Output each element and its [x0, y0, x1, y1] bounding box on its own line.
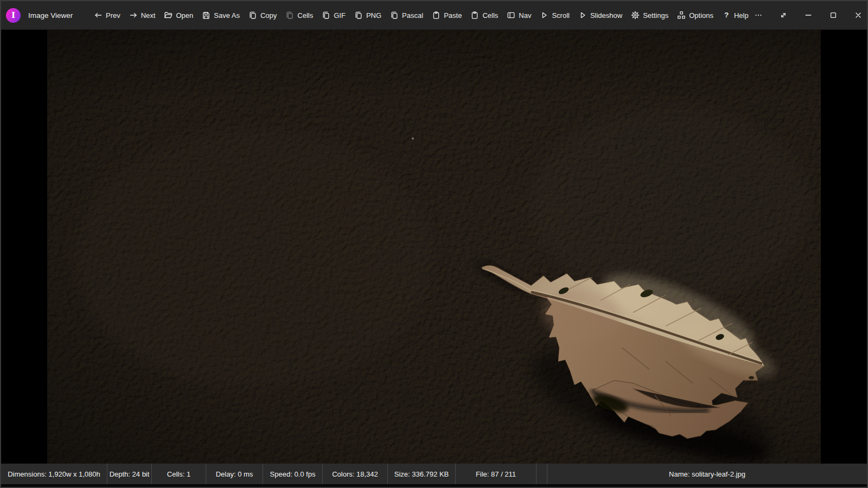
sidebar-icon — [507, 11, 515, 20]
toolbar-button-label: Open — [176, 11, 193, 20]
maximize-button[interactable] — [825, 6, 842, 24]
toolbar-button-label: Settings — [643, 11, 668, 20]
toolbar-button-label: Save As — [214, 11, 240, 20]
floppy-icon — [202, 11, 210, 20]
toolbar-button-label: Scroll — [552, 11, 570, 20]
app-logo-icon: I — [6, 8, 21, 23]
more-button[interactable] — [750, 6, 767, 24]
arrow-right-icon — [129, 11, 138, 20]
clipboard-icon — [470, 11, 479, 20]
toolbar-button-cells[interactable]: Cells — [469, 9, 499, 22]
toolbar-button-pascal[interactable]: Pascal — [389, 9, 424, 22]
toolbar-button-paste[interactable]: Paste — [431, 9, 463, 22]
status-cell-cells: Cells: 1 — [152, 464, 206, 484]
toolbar-button-cells[interactable]: Cells — [284, 9, 314, 22]
toolbar-button-label: Nav — [519, 11, 531, 20]
toolbar-button-options[interactable]: Options — [676, 9, 714, 22]
toolbar-button-label: Copy — [260, 11, 277, 20]
status-cell-file: File: 87 / 211 — [456, 464, 537, 484]
toolbar-button-settings[interactable]: Settings — [630, 9, 669, 22]
minimize-icon — [804, 11, 813, 20]
minimize-button[interactable] — [800, 6, 817, 24]
app-window: I Image Viewer PrevNextOpenSave AsCopyCe… — [0, 0, 868, 488]
toolbar-buttons: PrevNextOpenSave AsCopyCellsGIFPNGPascal… — [93, 9, 750, 22]
clipboard-icon — [432, 11, 441, 20]
status-cell-depth: Depth: 24 bit — [107, 464, 152, 484]
toolbar-button-label: Cells — [482, 11, 498, 20]
toolbar-button-label: Prev — [106, 11, 120, 20]
bottom-strip — [1, 484, 867, 487]
toolbar-button-nav[interactable]: Nav — [506, 9, 532, 22]
photo-leaf-on-asphalt — [47, 30, 821, 464]
gear-icon — [631, 11, 640, 20]
app-identity: I Image Viewer — [1, 8, 85, 23]
maximize-icon — [829, 11, 838, 20]
toolbar-button-help[interactable]: ?Help — [721, 9, 750, 22]
close-button[interactable] — [850, 6, 867, 24]
close-icon — [854, 11, 863, 20]
copy-icon — [285, 11, 294, 20]
copy-icon — [354, 11, 363, 20]
play-icon — [540, 11, 548, 20]
toolbar-button-label: Pascal — [402, 11, 423, 20]
status-cell-speed: Speed: 0.0 fps — [263, 464, 323, 484]
toolbar-button-next[interactable]: Next — [128, 9, 157, 22]
play-icon — [578, 11, 587, 20]
toolbar-button-label: Slideshow — [590, 11, 622, 20]
arrow-left-icon — [94, 11, 103, 20]
tree-icon — [677, 11, 686, 20]
app-title: Image Viewer — [28, 11, 73, 20]
copy-icon — [322, 11, 330, 20]
window-controls — [750, 6, 868, 24]
image-viewport[interactable] — [1, 30, 867, 464]
toolbar: I Image Viewer PrevNextOpenSave AsCopyCe… — [1, 1, 867, 30]
toolbar-button-gif[interactable]: GIF — [321, 9, 347, 22]
folder-open-icon — [164, 11, 173, 20]
copy-icon — [248, 11, 257, 20]
toolbar-button-label: Options — [689, 11, 713, 20]
status-cell-dimensions: Dimensions: 1,920w x 1,080h — [1, 464, 107, 484]
toolbar-button-open[interactable]: Open — [163, 9, 194, 22]
toolbar-button-scroll[interactable]: Scroll — [539, 9, 571, 22]
toolbar-button-label: Paste — [444, 11, 462, 20]
toolbar-button-copy[interactable]: Copy — [247, 9, 278, 22]
toolbar-button-prev[interactable]: Prev — [93, 9, 122, 22]
status-cell-colors: Colors: 18,342 — [323, 464, 388, 484]
expand-icon — [779, 11, 788, 20]
status-cell-delay: Delay: 0 ms — [206, 464, 263, 484]
toolbar-button-png[interactable]: PNG — [353, 9, 382, 22]
status-cell-spacer — [537, 464, 547, 484]
status-cell-name: Name: solitary-leaf-2.jpg — [547, 464, 867, 484]
copy-icon — [390, 11, 399, 20]
question-icon: ? — [722, 11, 731, 20]
status-cell-size: Size: 336.792 KB — [388, 464, 456, 484]
toolbar-button-save-as[interactable]: Save As — [201, 9, 241, 22]
expand-button[interactable] — [775, 6, 792, 24]
status-bar: Dimensions: 1,920w x 1,080hDepth: 24 bit… — [1, 464, 867, 484]
toolbar-button-label: GIF — [334, 11, 346, 20]
toolbar-button-label: Help — [734, 11, 749, 20]
toolbar-button-slideshow[interactable]: Slideshow — [577, 9, 623, 22]
toolbar-button-label: Next — [141, 11, 156, 20]
svg-text:?: ? — [724, 11, 729, 19]
more-icon — [754, 11, 763, 20]
toolbar-button-label: Cells — [297, 11, 313, 20]
toolbar-button-label: PNG — [366, 11, 381, 20]
